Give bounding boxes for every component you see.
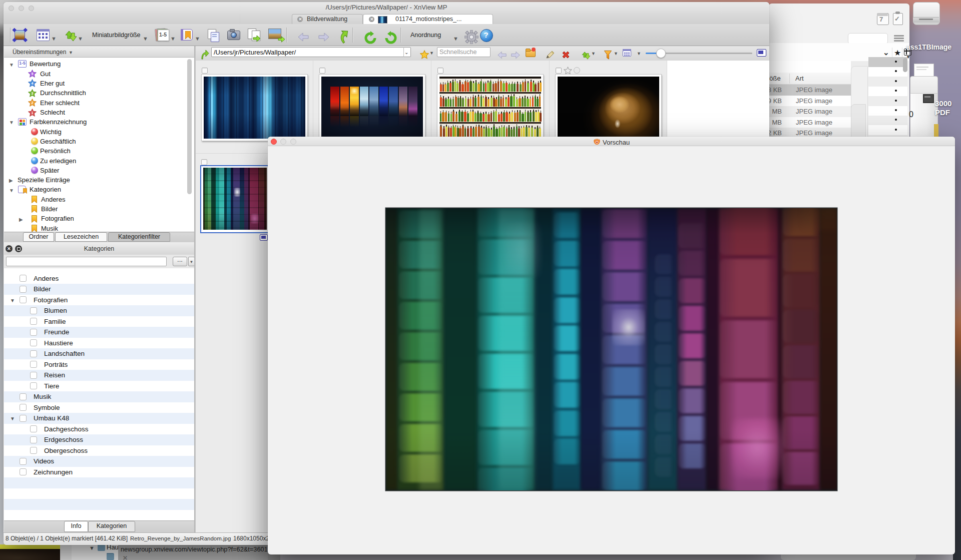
svg-text:4: 4 <box>32 82 34 85</box>
svg-text:1: 1 <box>32 111 34 115</box>
svg-text:5: 5 <box>32 72 34 76</box>
svg-text:3: 3 <box>32 92 34 95</box>
svg-text:2: 2 <box>32 101 34 105</box>
